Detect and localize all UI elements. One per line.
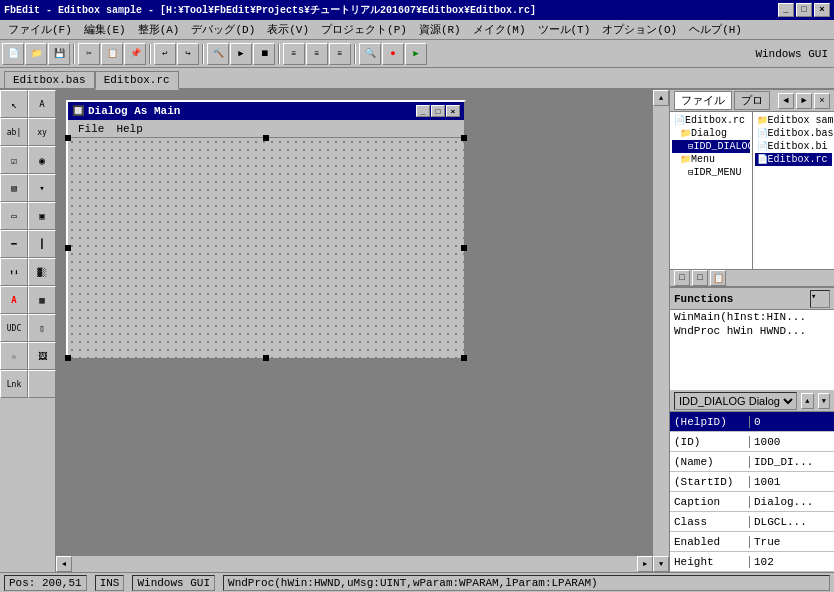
prop-row-id[interactable]: (ID) 1000 <box>670 432 834 452</box>
resize-handle-br[interactable] <box>461 355 467 361</box>
tool-edit[interactable]: ab| <box>0 118 28 146</box>
props-scroll-down[interactable] <box>818 393 831 409</box>
tool-label[interactable]: A <box>28 90 56 118</box>
tool-udc[interactable]: UDC <box>0 314 28 342</box>
toolbar-run[interactable]: ▶ <box>230 43 252 65</box>
tool-static[interactable]: xy <box>28 118 56 146</box>
prop-row-height[interactable]: Height 102 <box>670 552 834 572</box>
tool-icon[interactable]: ☆ <box>0 342 28 370</box>
toolbar-execute[interactable]: ▶ <box>405 43 427 65</box>
tool-combobox[interactable]: ▾ <box>28 174 56 202</box>
tool-progress[interactable]: ▓░ <box>28 258 56 286</box>
tool-extra[interactable] <box>28 370 56 398</box>
dialog-menu-help[interactable]: Help <box>110 122 148 136</box>
dialog-menu-file[interactable]: File <box>72 122 110 136</box>
tool-frame[interactable]: ▯ <box>28 314 56 342</box>
menu-resource[interactable]: 資源(R) <box>413 20 467 39</box>
toolbar-undo[interactable]: ↩ <box>154 43 176 65</box>
scroll-right-button[interactable] <box>637 556 653 572</box>
toolbar-new[interactable]: 📄 <box>2 43 24 65</box>
functions-list[interactable]: WinMain(hInst:HIN... WndProc hWin HWND..… <box>670 310 834 390</box>
tool-spin[interactable]: ⬆⬇ <box>0 258 28 286</box>
func-item-winmain[interactable]: WinMain(hInst:HIN... <box>670 310 834 324</box>
tool-checkbox[interactable]: ☑ <box>0 146 28 174</box>
prop-row-startid[interactable]: (StartID) 1001 <box>670 472 834 492</box>
menu-edit[interactable]: 編集(E) <box>78 20 132 39</box>
scroll-up-button[interactable] <box>653 90 669 106</box>
toolbar-cut[interactable]: ✂ <box>78 43 100 65</box>
dialog-minimize[interactable]: _ <box>416 105 430 117</box>
prop-row-name[interactable]: (Name) IDD_DI... <box>670 452 834 472</box>
panel-tab-file[interactable]: ファイル <box>674 91 732 110</box>
dialog-content[interactable] <box>68 138 464 358</box>
prop-row-helpid[interactable]: (HelpID) 0 <box>670 412 834 432</box>
tab-editbox-rc[interactable]: Editbox.rc <box>95 71 179 90</box>
tool-link[interactable]: Lnk <box>0 370 28 398</box>
tool-image[interactable]: 🖼 <box>28 342 56 370</box>
tool-scrollbar-v[interactable]: ┃ <box>28 230 56 258</box>
canvas-area[interactable]: 🔲 Dialog As Main _ □ × File Help <box>56 90 669 572</box>
maximize-button[interactable]: □ <box>796 3 812 17</box>
tree-item-dialog[interactable]: 📁 Dialog <box>672 127 750 140</box>
tree-item-menu[interactable]: 📁 Menu <box>672 153 750 166</box>
tool-listbox[interactable]: ▤ <box>0 174 28 202</box>
tool-groupbox[interactable]: ▣ <box>28 202 56 230</box>
dialog-window[interactable]: 🔲 Dialog As Main _ □ × File Help <box>66 100 466 360</box>
left-tree[interactable]: 📄 Editbox.rc 📁 Dialog ⊟ IDD_DIALOG 📁 Men… <box>670 112 753 269</box>
tool-radio[interactable]: ◉ <box>28 146 56 174</box>
tool-font[interactable]: A <box>0 286 28 314</box>
bottom-ctrl-3[interactable]: 📋 <box>710 270 726 286</box>
tab-editbox-bas[interactable]: Editbox.bas <box>4 71 95 88</box>
func-item-wndproc[interactable]: WndProc hWin HWND... <box>670 324 834 338</box>
toolbar-align-right[interactable]: ≡ <box>329 43 351 65</box>
toolbar-breakpoint[interactable]: ● <box>382 43 404 65</box>
resize-handle-bl[interactable] <box>65 355 71 361</box>
toolbar-build[interactable]: 🔨 <box>207 43 229 65</box>
prop-row-enabled[interactable]: Enabled True <box>670 532 834 552</box>
scroll-down-button[interactable] <box>653 556 669 572</box>
resize-handle-tr[interactable] <box>461 135 467 141</box>
canvas-scrollbar-v[interactable] <box>653 90 669 572</box>
properties-table[interactable]: (HelpID) 0 (ID) 1000 (Name) IDD_DI... (S… <box>670 412 834 572</box>
resize-handle-top[interactable] <box>263 135 269 141</box>
toolbar-open[interactable]: 📁 <box>25 43 47 65</box>
resize-handle-left[interactable] <box>65 245 71 251</box>
properties-selector[interactable]: IDD_DIALOG Dialog <box>674 392 797 410</box>
menu-file[interactable]: ファイル(F) <box>2 20 78 39</box>
canvas-scrollbar-h[interactable] <box>56 556 653 572</box>
toolbar-align-left[interactable]: ≡ <box>283 43 305 65</box>
functions-dropdown[interactable]: ▾ <box>810 290 830 308</box>
right-item-bas[interactable]: 📄 Editbox.bas <box>755 127 833 140</box>
dialog-close[interactable]: × <box>446 105 460 117</box>
tool-scrollbar-h[interactable]: ━ <box>0 230 28 258</box>
resize-handle-right[interactable] <box>461 245 467 251</box>
prop-row-caption[interactable]: Caption Dialog... <box>670 492 834 512</box>
menu-format[interactable]: 整形(A) <box>132 20 186 39</box>
scroll-left-button[interactable] <box>56 556 72 572</box>
prop-row-class[interactable]: Class DLGCL... <box>670 512 834 532</box>
right-item-bi[interactable]: 📄 Editbox.bi <box>755 140 833 153</box>
close-button[interactable]: × <box>814 3 830 17</box>
right-item-rc[interactable]: 📄 Editbox.rc <box>755 153 833 166</box>
menu-options[interactable]: オプション(O) <box>596 20 683 39</box>
minimize-button[interactable]: _ <box>778 3 794 17</box>
toolbar-align-center[interactable]: ≡ <box>306 43 328 65</box>
bottom-ctrl-2[interactable]: □ <box>692 270 708 286</box>
panel-prev-button[interactable]: ◄ <box>778 93 794 109</box>
menu-tool[interactable]: ツール(T) <box>532 20 597 39</box>
tool-select[interactable]: ↖ <box>0 90 28 118</box>
bottom-ctrl-1[interactable]: □ <box>674 270 690 286</box>
props-scroll-up[interactable] <box>801 393 814 409</box>
dialog-maximize[interactable]: □ <box>431 105 445 117</box>
resize-handle-tl[interactable] <box>65 135 71 141</box>
menu-view[interactable]: 表示(V) <box>261 20 315 39</box>
tree-item-editbox-rc[interactable]: 📄 Editbox.rc <box>672 114 750 127</box>
resize-handle-bottom[interactable] <box>263 355 269 361</box>
toolbar-find[interactable]: 🔍 <box>359 43 381 65</box>
toolbar-paste[interactable]: 📌 <box>124 43 146 65</box>
toolbar-save[interactable]: 💾 <box>48 43 70 65</box>
menu-help[interactable]: ヘルプ(H) <box>683 20 748 39</box>
toolbar-stop[interactable]: ⏹ <box>253 43 275 65</box>
right-item-sample[interactable]: 📁 Editbox sample <box>755 114 833 127</box>
toolbar-copy[interactable]: 📋 <box>101 43 123 65</box>
